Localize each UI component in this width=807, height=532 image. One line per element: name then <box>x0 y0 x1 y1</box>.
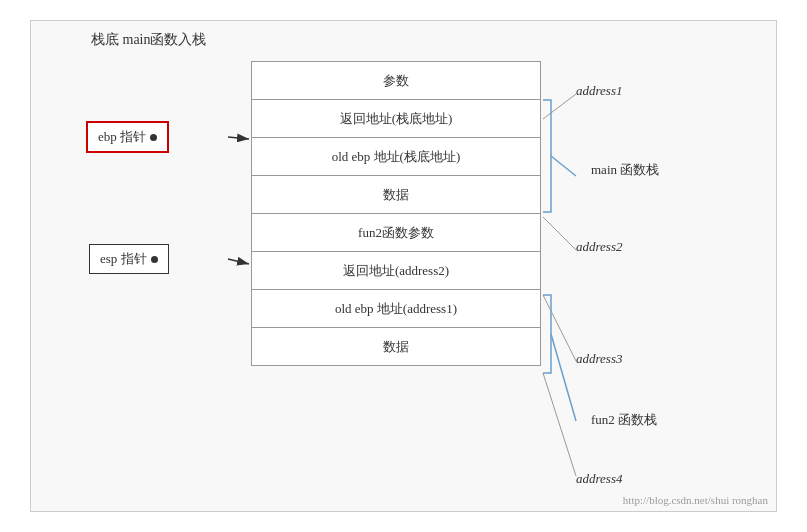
label-main-stack: main 函数栈 <box>591 161 659 179</box>
address1-line <box>543 94 576 119</box>
diagram-container: 栈底 main函数入栈 ebp 指针 esp 指针 参数 返回地址(栈底地址) … <box>30 20 777 512</box>
fun2-stack-brace <box>543 295 551 373</box>
stack-cell-6: old ebp 地址(address1) <box>252 290 541 328</box>
esp-arrow <box>228 259 249 264</box>
table-row: old ebp 地址(address1) <box>252 290 541 328</box>
diagram-title: 栈底 main函数入栈 <box>91 31 207 49</box>
address2-line <box>543 217 576 250</box>
stack-cell-1: 返回地址(栈底地址) <box>252 100 541 138</box>
main-stack-brace <box>543 100 551 212</box>
table-row: 数据 <box>252 176 541 214</box>
table-row: old ebp 地址(栈底地址) <box>252 138 541 176</box>
esp-pointer-box: esp 指针 <box>89 244 169 274</box>
label-fun2-stack: fun2 函数栈 <box>591 411 657 429</box>
stack-cell-3: 数据 <box>252 176 541 214</box>
esp-dot <box>151 256 158 263</box>
watermark: http://blog.csdn.net/shui ronghan <box>623 494 768 506</box>
stack-table: 参数 返回地址(栈底地址) old ebp 地址(栈底地址) 数据 fun2函数… <box>251 61 541 366</box>
stack-cell-7: 数据 <box>252 328 541 366</box>
table-row: 返回地址(栈底地址) <box>252 100 541 138</box>
label-address1: address1 <box>576 83 622 99</box>
esp-label: esp 指针 <box>100 250 147 268</box>
ebp-dot <box>150 134 157 141</box>
table-row: 返回地址(address2) <box>252 252 541 290</box>
address4-line <box>543 373 576 476</box>
ebp-arrow <box>228 137 249 139</box>
label-address4: address4 <box>576 471 622 487</box>
label-address2: address2 <box>576 239 622 255</box>
table-row: 数据 <box>252 328 541 366</box>
stack-cell-0: 参数 <box>252 62 541 100</box>
address3-line <box>543 295 576 361</box>
stack-cell-5: 返回地址(address2) <box>252 252 541 290</box>
ebp-label: ebp 指针 <box>98 128 146 146</box>
table-row: fun2函数参数 <box>252 214 541 252</box>
ebp-pointer-box: ebp 指针 <box>86 121 169 153</box>
main-stack-brace-line <box>551 156 576 176</box>
label-address3: address3 <box>576 351 622 367</box>
stack-cell-2: old ebp 地址(栈底地址) <box>252 138 541 176</box>
table-row: 参数 <box>252 62 541 100</box>
stack-cell-4: fun2函数参数 <box>252 214 541 252</box>
fun2-stack-brace-line <box>551 334 576 421</box>
